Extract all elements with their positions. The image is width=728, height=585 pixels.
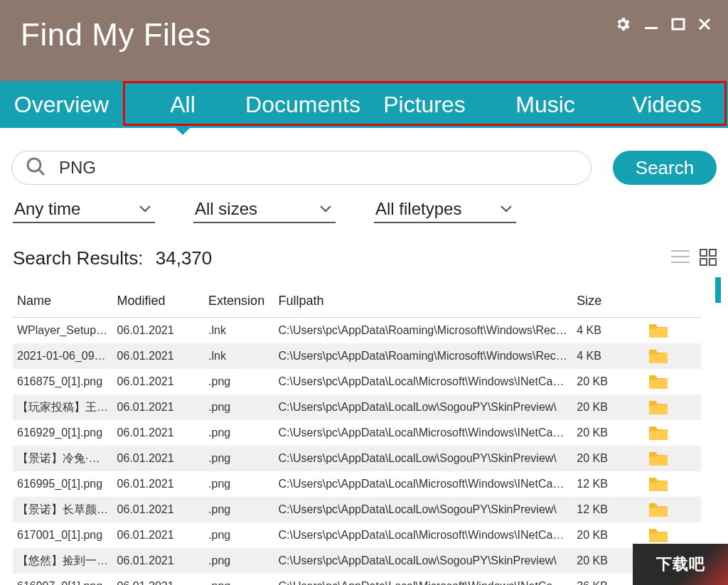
cell-modified: 06.01.2021 — [113, 343, 205, 369]
cell-name: 616997_0[1].png — [13, 574, 113, 585]
open-folder-button[interactable] — [644, 471, 701, 497]
filter-label: All sizes — [195, 199, 257, 219]
results-label: Search Results: — [13, 247, 144, 269]
cell-fullpath: C:\Users\pc\AppData\LocalLow\SogouPY\Ski… — [274, 548, 573, 574]
folder-icon — [648, 323, 697, 338]
tab-label: Music — [515, 92, 575, 118]
cell-name: 【景诺】冷兔·我又活… — [13, 446, 113, 471]
chevron-down-icon — [139, 203, 151, 215]
table-row[interactable]: 【玩家投稿】王者荣…06.01.2021.pngC:\Users\pc\AppD… — [13, 395, 701, 420]
cell-extension: .png — [204, 369, 274, 395]
chevron-down-icon — [500, 203, 512, 215]
category-tabs: Overview All Documents Pictures Music Vi… — [0, 81, 728, 128]
tab-videos[interactable]: Videos — [606, 81, 728, 128]
close-button[interactable] — [698, 18, 711, 33]
cell-fullpath: C:\Users\pc\AppData\LocalLow\SogouPY\Ski… — [274, 446, 573, 471]
maximize-button[interactable] — [671, 17, 685, 34]
titlebar: Find My Files — [0, 0, 728, 81]
table-row[interactable]: 【景诺】长草颜团子·…06.01.2021.pngC:\Users\pc\App… — [13, 497, 701, 522]
open-folder-button[interactable] — [644, 497, 701, 522]
cell-name: 【悠然】捡到一个小… — [13, 548, 113, 574]
search-input[interactable] — [46, 158, 578, 178]
table-row[interactable]: WPlayer_Setup_v10…06.01.2021.lnkC:\Users… — [13, 318, 701, 344]
cell-extension: .png — [204, 420, 274, 446]
minimize-button[interactable] — [644, 17, 658, 34]
cell-extension: .png — [204, 471, 274, 497]
folder-icon — [648, 451, 697, 466]
table-row[interactable]: 616929_0[1].png06.01.2021.pngC:\Users\pc… — [13, 420, 701, 446]
cell-fullpath: C:\Users\pc\AppData\Local\Microsoft\Wind… — [274, 420, 573, 446]
gear-icon[interactable] — [614, 16, 631, 36]
filter-filetype[interactable]: All filetypes — [374, 198, 516, 223]
folder-icon — [648, 348, 697, 364]
cell-name: 616995_0[1].png — [13, 471, 113, 497]
table-row[interactable]: 616995_0[1].png06.01.2021.pngC:\Users\pc… — [13, 471, 701, 497]
col-name[interactable]: Name — [13, 286, 113, 318]
col-size[interactable]: Size — [572, 286, 643, 318]
results-header: Search Results: 34,370 — [0, 223, 728, 275]
cell-extension: .png — [204, 497, 274, 522]
cell-fullpath: C:\Users\pc\AppData\Local\Microsoft\Wind… — [274, 522, 573, 548]
cell-name: 616875_0[1].png — [13, 369, 113, 395]
cell-name: 2021-01-06_095302… — [13, 343, 113, 369]
open-folder-button[interactable] — [644, 446, 701, 471]
cell-size: 20 KB — [572, 395, 643, 420]
filter-size[interactable]: All sizes — [193, 198, 336, 223]
table-row[interactable]: 617001_0[1].png06.01.2021.pngC:\Users\pc… — [13, 522, 701, 548]
col-extension[interactable]: Extension — [204, 286, 274, 318]
table-row[interactable]: 616997_0[1].png06.01.2021.pngC:\Users\pc… — [13, 574, 701, 585]
folder-icon — [648, 527, 697, 543]
folder-icon — [648, 476, 697, 492]
cell-extension: .lnk — [204, 318, 274, 344]
col-modified[interactable]: Modified — [113, 286, 205, 318]
filter-label: All filetypes — [375, 199, 461, 219]
cell-modified: 06.01.2021 — [113, 497, 205, 522]
open-folder-button[interactable] — [644, 369, 701, 395]
table-row[interactable]: 【景诺】冷兔·我又活…06.01.2021.pngC:\Users\pc\App… — [13, 446, 701, 471]
open-folder-button[interactable] — [644, 395, 701, 420]
svg-rect-1 — [673, 19, 684, 29]
cell-name: 617001_0[1].png — [13, 522, 113, 548]
tab-label: Overview — [14, 92, 109, 118]
open-folder-button[interactable] — [644, 343, 701, 369]
open-folder-button[interactable] — [644, 318, 701, 344]
results-count: 34,370 — [156, 247, 213, 269]
tab-overview[interactable]: Overview — [0, 81, 124, 128]
cell-fullpath: C:\Users\pc\AppData\Roaming\Microsoft\Wi… — [274, 318, 573, 344]
search-box[interactable] — [11, 151, 592, 185]
grid-view-icon[interactable] — [700, 249, 717, 269]
open-folder-button[interactable] — [644, 420, 701, 446]
cell-size: 12 KB — [572, 497, 643, 522]
cell-name: WPlayer_Setup_v10… — [13, 318, 113, 344]
cell-name: 【玩家投稿】王者荣… — [13, 395, 113, 420]
cell-fullpath: C:\Users\pc\AppData\LocalLow\SogouPY\Ski… — [274, 395, 573, 420]
cell-size: 4 KB — [572, 318, 643, 344]
cell-modified: 06.01.2021 — [113, 522, 205, 548]
filter-time[interactable]: Any time — [13, 198, 155, 223]
active-tab-indicator — [174, 127, 191, 135]
col-fullpath[interactable]: Fullpath — [274, 286, 573, 318]
cell-extension: .lnk — [204, 343, 274, 369]
scrollbar-thumb[interactable] — [715, 277, 721, 303]
search-icon — [25, 156, 46, 180]
cell-modified: 06.01.2021 — [113, 471, 205, 497]
search-button[interactable]: Search — [613, 151, 717, 185]
tab-pictures[interactable]: Pictures — [364, 81, 485, 128]
list-view-icon[interactable] — [671, 249, 690, 269]
cell-fullpath: C:\Users\pc\AppData\Roaming\Microsoft\Wi… — [274, 343, 573, 369]
cell-size: 20 KB — [572, 446, 643, 471]
chevron-down-icon — [320, 203, 331, 215]
cell-fullpath: C:\Users\pc\AppData\LocalLow\SogouPY\Ski… — [274, 497, 573, 522]
folder-icon — [648, 425, 697, 441]
table-row[interactable]: 616875_0[1].png06.01.2021.pngC:\Users\pc… — [13, 369, 701, 395]
svg-rect-12 — [710, 259, 716, 265]
table-row[interactable]: 2021-01-06_095302…06.01.2021.lnkC:\Users… — [13, 343, 701, 369]
tab-music[interactable]: Music — [485, 81, 606, 128]
svg-point-4 — [28, 159, 41, 171]
results-table: Name Modified Extension Fullpath Size WP… — [13, 286, 701, 585]
table-row[interactable]: 【悠然】捡到一个小…06.01.2021.pngC:\Users\pc\AppD… — [13, 548, 701, 574]
table-header-row: Name Modified Extension Fullpath Size — [13, 286, 701, 318]
tab-documents[interactable]: Documents — [242, 81, 364, 128]
cell-modified: 06.01.2021 — [113, 574, 205, 585]
tab-all[interactable]: All — [124, 81, 242, 128]
